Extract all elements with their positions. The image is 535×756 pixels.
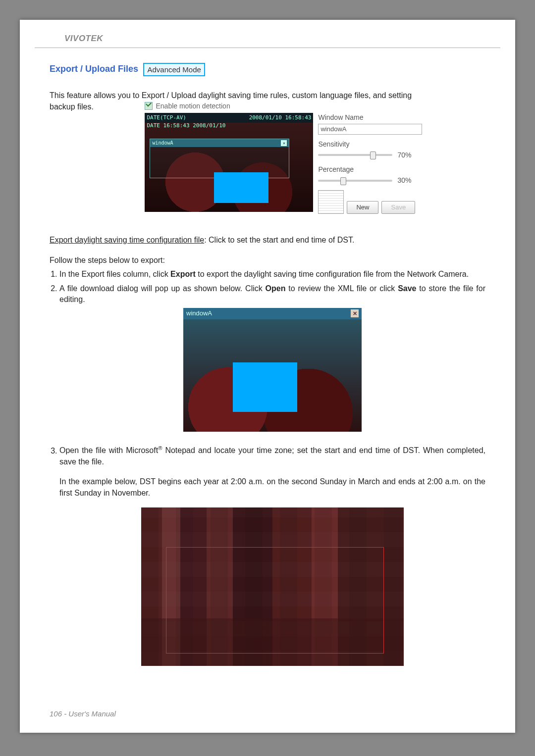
export-dst-line: Export daylight saving time configuratio… bbox=[50, 235, 485, 246]
sensitivity-thumb[interactable] bbox=[370, 151, 376, 159]
percentage-slider[interactable] bbox=[318, 180, 392, 182]
section-title: Export / Upload Files bbox=[50, 64, 138, 74]
intro-text-2: backup files. bbox=[50, 101, 94, 112]
step-3: Open the file with Microsoft® Notepad an… bbox=[59, 445, 485, 666]
percentage-thumb[interactable] bbox=[340, 177, 346, 185]
export-dst-desc: : Click to set the start and end time of… bbox=[204, 236, 354, 244]
document-page: VIVOTEK Export / Upload Files Advanced M… bbox=[20, 20, 515, 733]
sensitivity-label: Sensitivity bbox=[318, 140, 442, 150]
highlight-box bbox=[233, 362, 297, 412]
video-top-left: DATE(TCP-AV) bbox=[147, 114, 186, 121]
detection-window-title: windowA bbox=[152, 140, 173, 147]
red-outline-box bbox=[166, 547, 384, 654]
follow-steps-label: Follow the steps below to export: bbox=[50, 255, 485, 266]
window-name-input[interactable]: windowA bbox=[318, 124, 422, 135]
close-icon[interactable]: ✕ bbox=[281, 140, 287, 146]
percentage-label: Percentage bbox=[318, 165, 442, 175]
sensitivity-value: 70% bbox=[397, 151, 411, 160]
enable-motion-checkbox[interactable] bbox=[145, 102, 153, 110]
example-paragraph: In the example below, DST begins each ye… bbox=[59, 476, 485, 499]
window-list[interactable] bbox=[318, 190, 344, 214]
step-1: In the Export files column, click Export… bbox=[59, 269, 485, 280]
page-number: 106 - User's Manual bbox=[50, 709, 116, 718]
page-header: VIVOTEK bbox=[35, 20, 500, 48]
close-icon[interactable]: ✕ bbox=[351, 309, 359, 317]
save-button[interactable]: Save bbox=[381, 201, 415, 214]
window-name-label: Window Name bbox=[318, 113, 442, 123]
video-date-line: DATE 16:58:43 2008/01/10 bbox=[147, 122, 225, 129]
video-preview: DATE(TCP-AV) 2008/01/10 16:58:43 DATE 16… bbox=[145, 113, 313, 212]
zoom-window-image: windowA ✕ bbox=[183, 308, 362, 432]
step-2: A file download dialog will pop up as sh… bbox=[59, 283, 485, 432]
sensitivity-slider[interactable] bbox=[318, 154, 392, 156]
page-content: Export / Upload Files Advanced Mode This… bbox=[20, 63, 515, 728]
video-top-right: 2008/01/10 16:58:43 bbox=[249, 114, 312, 121]
pixelated-closeup-image bbox=[141, 507, 404, 666]
enable-motion-label: Enable motion detection bbox=[156, 101, 230, 111]
highlight-box bbox=[214, 172, 268, 203]
enable-motion-row: Enable motion detection bbox=[145, 101, 442, 111]
export-dst-label: Export daylight saving time configuratio… bbox=[50, 236, 204, 244]
brand-label: VIVOTEK bbox=[64, 34, 103, 43]
intro-text-1: This feature allows you to Export / Uplo… bbox=[50, 90, 485, 101]
page-footer: 106 - User's Manual bbox=[50, 709, 116, 718]
steps-list: In the Export files column, click Export… bbox=[50, 269, 485, 666]
intro-paragraph: This feature allows you to Export / Uplo… bbox=[50, 90, 485, 226]
percentage-value: 30% bbox=[397, 176, 411, 186]
new-button[interactable]: New bbox=[347, 201, 378, 214]
zoom-window-title: windowA bbox=[186, 309, 212, 318]
section-heading-row: Export / Upload Files Advanced Mode bbox=[50, 63, 485, 76]
motion-detection-panel: Enable motion detection DATE(TCP-AV) 200… bbox=[145, 101, 442, 214]
motion-settings-side: Window Name windowA Sensitivity 70% Perc… bbox=[318, 113, 442, 214]
advanced-mode-badge: Advanced Mode bbox=[143, 63, 205, 76]
